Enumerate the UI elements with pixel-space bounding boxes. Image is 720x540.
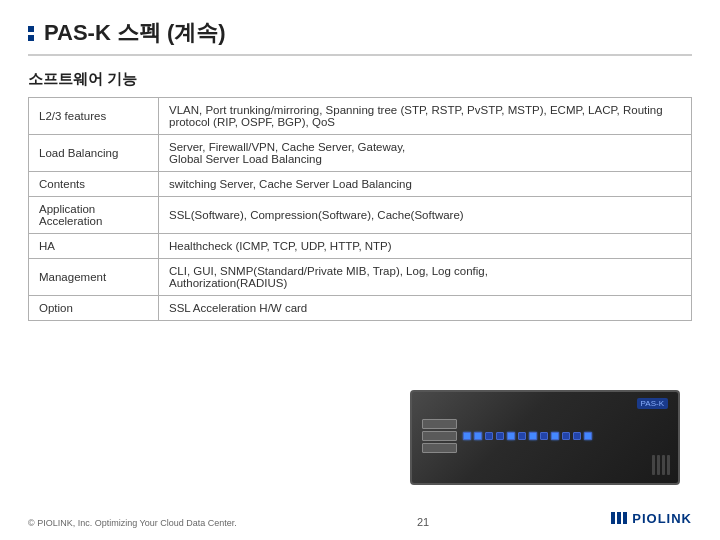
vent-3 — [662, 455, 665, 475]
feature-name: HA — [29, 234, 159, 259]
vent-2 — [657, 455, 660, 475]
port-10 — [562, 432, 570, 440]
feature-name: Load Balancing — [29, 135, 159, 172]
feature-name: Contents — [29, 172, 159, 197]
port-7 — [529, 432, 537, 440]
piolink-brand-name: PIOLINK — [632, 511, 692, 526]
piolink-brand-icon — [609, 508, 629, 528]
drive-slot-2 — [422, 431, 457, 441]
port-3 — [485, 432, 493, 440]
server-chassis: PAS-K — [410, 390, 680, 485]
port-6 — [518, 432, 526, 440]
bottom-area: © PIOLINK, Inc. Optimizing Your Cloud Da… — [28, 502, 692, 528]
feature-description: Healthcheck (ICMP, TCP, UDP, HTTP, NTP) — [159, 234, 692, 259]
server-vent — [652, 455, 670, 475]
table-row: HAHealthcheck (ICMP, TCP, UDP, HTTP, NTP… — [29, 234, 692, 259]
feature-description: switching Server, Cache Server Load Bala… — [159, 172, 692, 197]
feature-description: VLAN, Port trunking/mirroring, Spanning … — [159, 98, 692, 135]
header-bar: PAS-K 스펙 (계속) — [28, 18, 692, 56]
port-11 — [573, 432, 581, 440]
port-2 — [474, 432, 482, 440]
feature-description: SSL(Software), Compression(Software), Ca… — [159, 197, 692, 234]
port-5 — [507, 432, 515, 440]
port-4 — [496, 432, 504, 440]
feature-name: Management — [29, 259, 159, 296]
table-row: Contentsswitching Server, Cache Server L… — [29, 172, 692, 197]
feature-table: L2/3 featuresVLAN, Port trunking/mirrori… — [28, 97, 692, 321]
feature-name: Option — [29, 296, 159, 321]
feature-description: SSL Acceleration H/W card — [159, 296, 692, 321]
footer-copyright: © PIOLINK, Inc. Optimizing Your Cloud Da… — [28, 518, 237, 528]
feature-name: Application Acceleration — [29, 197, 159, 234]
feature-description: CLI, GUI, SNMP(Standard/Private MIB, Tra… — [159, 259, 692, 296]
page-title: PAS-K 스펙 (계속) — [44, 18, 226, 48]
server-label: PAS-K — [637, 398, 668, 409]
server-image: PAS-K — [410, 390, 680, 485]
table-row: Load BalancingServer, Firewall/VPN, Cach… — [29, 135, 692, 172]
footer-right: PIOLINK — [609, 508, 692, 528]
feature-description: Server, Firewall/VPN, Cache Server, Gate… — [159, 135, 692, 172]
drive-slot-3 — [422, 443, 457, 453]
header-icon — [28, 26, 34, 41]
feature-name: L2/3 features — [29, 98, 159, 135]
section-title: 소프트웨어 기능 — [28, 70, 692, 89]
svg-rect-2 — [623, 512, 627, 524]
server-front — [422, 419, 668, 453]
table-row: L2/3 featuresVLAN, Port trunking/mirrori… — [29, 98, 692, 135]
table-row: Application AccelerationSSL(Software), C… — [29, 197, 692, 234]
table-row: OptionSSL Acceleration H/W card — [29, 296, 692, 321]
svg-rect-0 — [611, 512, 615, 524]
table-row: ManagementCLI, GUI, SNMP(Standard/Privat… — [29, 259, 692, 296]
vent-4 — [667, 455, 670, 475]
port-8 — [540, 432, 548, 440]
drive-slot-1 — [422, 419, 457, 429]
port-12 — [584, 432, 592, 440]
port-9 — [551, 432, 559, 440]
vent-1 — [652, 455, 655, 475]
drive-bay — [422, 419, 457, 453]
piolink-logo: PIOLINK — [609, 508, 692, 528]
server-ports — [463, 432, 592, 440]
svg-rect-1 — [617, 512, 621, 524]
footer-page: 21 — [417, 516, 429, 528]
port-1 — [463, 432, 471, 440]
